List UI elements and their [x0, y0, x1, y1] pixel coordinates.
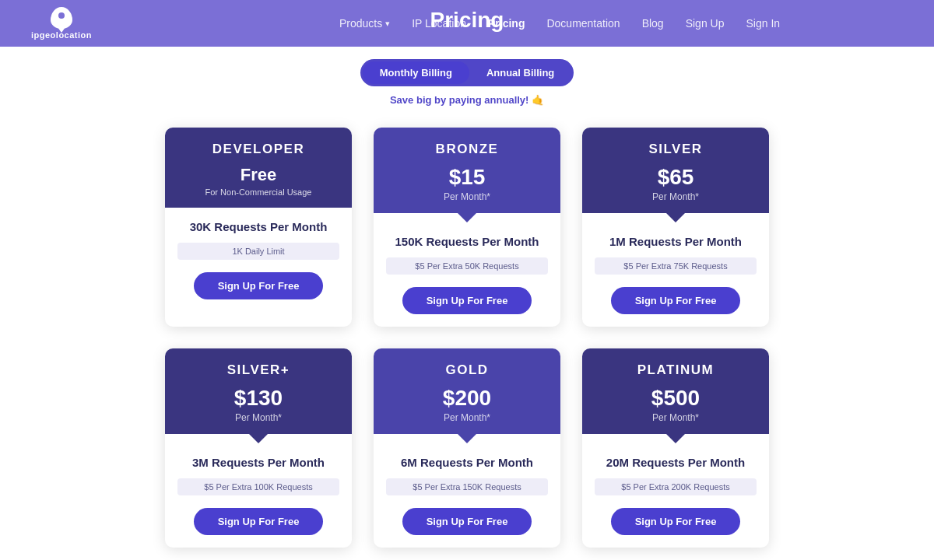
plan-platinum-period: Per Month* — [595, 412, 757, 423]
billing-section: Monthly Billing Annual Billing Save big … — [0, 47, 934, 112]
plan-bronze-header: BRONZE $15 Per Month* — [374, 128, 560, 213]
plan-silver-plus-extra: $5 Per Extra 100K Requests — [177, 478, 339, 495]
nav-documentation[interactable]: Documentation — [546, 17, 620, 30]
monthly-billing-button[interactable]: Monthly Billing — [363, 61, 469, 84]
billing-save-highlight: big — [416, 94, 432, 106]
plan-developer-sublabel: For Non-Commercial Usage — [177, 187, 339, 197]
plan-bronze-name: BRONZE — [386, 142, 548, 157]
plan-platinum-extra: $5 Per Extra 200K Requests — [595, 478, 757, 495]
plan-platinum-price: $500 — [595, 386, 757, 411]
nav-pricing[interactable]: Pricing — [488, 17, 525, 30]
nav-products[interactable]: Products — [339, 17, 390, 30]
plan-silver-requests: 1M Requests Per Month — [609, 235, 742, 248]
plan-gold-name: GOLD — [386, 362, 548, 378]
plan-silver-pointer — [666, 213, 685, 222]
plan-bronze-body: 150K Requests Per Month $5 Per Extra 50K… — [374, 222, 560, 327]
plan-silver: SILVER $65 Per Month* 1M Requests Per Mo… — [582, 128, 769, 327]
billing-save-label: Save — [390, 94, 413, 106]
plan-developer-extra: 1K Daily Limit — [177, 243, 339, 260]
plan-platinum-pointer — [666, 434, 685, 443]
plan-developer-body: 30K Requests Per Month 1K Daily Limit Si… — [165, 208, 352, 327]
plan-silver-price: $65 — [595, 165, 757, 190]
plan-developer-price: Free — [177, 165, 339, 185]
plan-platinum-cta[interactable]: Sign Up For Free — [611, 508, 740, 535]
plan-silver-name: SILVER — [595, 142, 757, 157]
plan-developer-name: DEVELOPER — [177, 142, 339, 157]
plan-gold-extra: $5 Per Extra 150K Requests — [386, 478, 548, 495]
billing-save-text: Save big by paying annually! 🤙 — [390, 94, 544, 106]
plan-gold-price: $200 — [386, 386, 548, 411]
plan-platinum-body: 20M Requests Per Month $5 Per Extra 200K… — [582, 443, 769, 548]
plan-silver-body: 1M Requests Per Month $5 Per Extra 75K R… — [582, 222, 769, 327]
plan-silver-cta[interactable]: Sign Up For Free — [611, 287, 740, 314]
plan-silver-header: SILVER $65 Per Month* — [582, 128, 769, 213]
plan-silver-plus-body: 3M Requests Per Month $5 Per Extra 100K … — [165, 443, 352, 548]
plan-silver-plus-price: $130 — [177, 386, 339, 411]
plan-silver-plus-name: SILVER+ — [177, 362, 339, 378]
plan-gold-header: GOLD $200 Per Month* — [374, 348, 560, 434]
plan-gold-body: 6M Requests Per Month $5 Per Extra 150K … — [374, 443, 560, 548]
plan-bronze-pointer — [458, 213, 476, 222]
plan-bronze-period: Per Month* — [386, 191, 548, 202]
plan-bronze-price: $15 — [386, 165, 548, 190]
nav-iplocation[interactable]: IP Location — [412, 17, 466, 30]
plan-bronze-cta[interactable]: Sign Up For Free — [402, 287, 532, 314]
plan-platinum-name: PLATINUM — [595, 362, 757, 378]
plan-developer-requests: 30K Requests Per Month — [190, 220, 328, 233]
annual-billing-button[interactable]: Annual Billing — [469, 61, 571, 84]
pricing-row-1: DEVELOPER Free For Non-Commercial Usage … — [47, 128, 887, 327]
plan-silver-plus-requests: 3M Requests Per Month — [192, 456, 325, 469]
plan-developer-cta[interactable]: Sign Up For Free — [194, 272, 323, 299]
plan-silver-plus: SILVER+ $130 Per Month* 3M Requests Per … — [165, 348, 352, 548]
plan-gold-period: Per Month* — [386, 412, 548, 423]
plan-gold-pointer — [458, 434, 476, 443]
plan-bronze: BRONZE $15 Per Month* 150K Requests Per … — [374, 128, 560, 327]
plan-platinum-requests: 20M Requests Per Month — [606, 456, 745, 469]
plan-silver-plus-period: Per Month* — [177, 412, 339, 423]
plan-silver-plus-header: SILVER+ $130 Per Month* — [165, 348, 352, 434]
navbar: ipgeolocation Products IP Location Prici… — [0, 0, 934, 47]
plan-silver-plus-pointer — [249, 434, 268, 443]
plan-silver-extra: $5 Per Extra 75K Requests — [595, 257, 757, 275]
plan-gold-requests: 6M Requests Per Month — [401, 456, 533, 469]
logo[interactable]: ipgeolocation — [31, 7, 92, 40]
plan-gold-cta[interactable]: Sign Up For Free — [402, 508, 532, 535]
plan-platinum: PLATINUM $500 Per Month* 20M Requests Pe… — [582, 348, 769, 548]
nav-signup[interactable]: Sign Up — [686, 17, 725, 30]
nav-links: Products IP Location Pricing Documentati… — [216, 17, 903, 30]
logo-icon — [51, 7, 72, 29]
billing-save-rest: by paying annually! 🤙 — [431, 94, 544, 106]
plan-silver-period: Per Month* — [595, 191, 757, 202]
pricing-cards-section: DEVELOPER Free For Non-Commercial Usage … — [0, 112, 934, 560]
nav-blog[interactable]: Blog — [642, 17, 664, 30]
plan-developer: DEVELOPER Free For Non-Commercial Usage … — [165, 128, 352, 327]
pricing-row-2: SILVER+ $130 Per Month* 3M Requests Per … — [47, 348, 887, 548]
plan-bronze-extra: $5 Per Extra 50K Requests — [386, 257, 548, 275]
plan-developer-header: DEVELOPER Free For Non-Commercial Usage — [165, 128, 352, 208]
billing-toggle: Monthly Billing Annual Billing — [360, 59, 574, 86]
plan-silver-plus-cta[interactable]: Sign Up For Free — [194, 508, 323, 535]
plan-gold: GOLD $200 Per Month* 6M Requests Per Mon… — [374, 348, 560, 548]
plan-bronze-requests: 150K Requests Per Month — [395, 235, 539, 248]
plan-platinum-header: PLATINUM $500 Per Month* — [582, 348, 769, 434]
nav-signin[interactable]: Sign In — [746, 17, 780, 30]
